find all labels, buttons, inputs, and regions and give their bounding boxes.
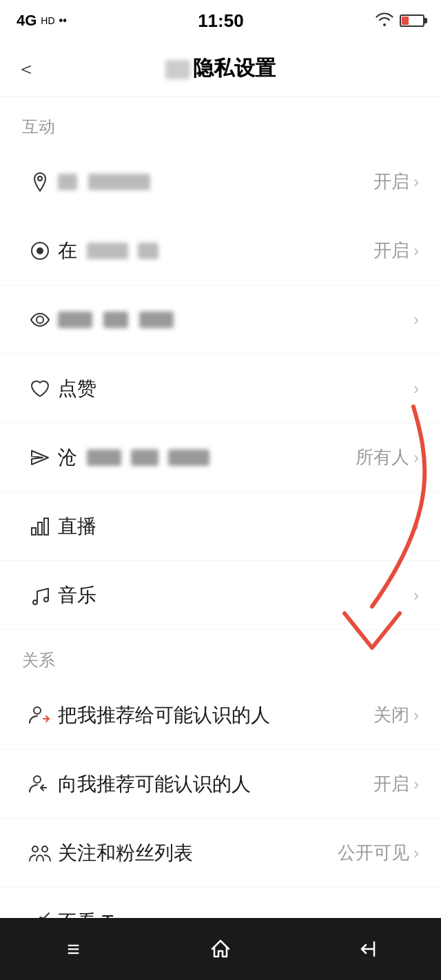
location-status: 开启	[373, 170, 409, 194]
svg-point-12	[42, 846, 48, 852]
eye-value: ›	[413, 310, 419, 329]
chevron-icon: ›	[413, 310, 419, 329]
send-status: 所有人	[356, 445, 409, 469]
svg-point-7	[33, 600, 37, 604]
send-value: 所有人 ›	[356, 445, 419, 469]
send-icon	[22, 447, 58, 469]
svg-point-3	[37, 316, 43, 323]
chevron-icon: ›	[413, 517, 419, 536]
fans-list-text: 关注和粉丝列表	[58, 840, 193, 866]
like-content: 点赞	[58, 376, 413, 402]
barchart-icon	[22, 515, 58, 538]
location-content	[58, 174, 373, 190]
eye-icon	[22, 309, 58, 331]
svg-point-10	[34, 776, 41, 783]
heart-icon	[22, 378, 58, 400]
online-content: 在	[58, 238, 373, 264]
online-status: 开启	[373, 238, 409, 263]
recommend-to-me-value: 开启 ›	[373, 772, 419, 796]
recommend-to-me-text: 向我推荐可能认识的人	[58, 771, 251, 797]
like-text: 点赞	[58, 376, 96, 402]
like-value: ›	[413, 379, 419, 398]
dots-icon: ••	[59, 14, 67, 27]
live-value: ›	[413, 517, 419, 536]
hd-badge: HD	[41, 15, 54, 26]
music-value: ›	[413, 586, 419, 605]
svg-rect-4	[32, 528, 36, 535]
svg-rect-5	[38, 522, 42, 535]
online-icon	[22, 240, 58, 262]
svg-point-11	[32, 846, 38, 852]
recommend-me-status: 关闭	[373, 703, 409, 727]
chevron-icon: ›	[413, 706, 419, 725]
location-value: 开启 ›	[373, 170, 419, 194]
svg-point-2	[37, 247, 43, 254]
send-text: 沧	[58, 445, 77, 471]
music-content: 音乐	[58, 582, 413, 609]
back-button[interactable]: ＜	[17, 56, 36, 82]
svg-point-8	[44, 598, 48, 602]
live-content: 直播	[58, 513, 413, 540]
chevron-icon: ›	[413, 775, 419, 794]
online-value: 开启 ›	[373, 238, 419, 263]
fans-list-value: 公开可见 ›	[338, 841, 419, 865]
recommend-me-text: 把我推荐给可能认识的人	[58, 702, 270, 728]
page-title: 隐私设置	[165, 54, 276, 83]
wifi-icon	[375, 11, 394, 30]
chevron-icon: ›	[413, 241, 419, 261]
recommend-to-me-icon	[22, 773, 58, 796]
send-content: 沧	[58, 445, 356, 471]
status-time: 11:50	[198, 10, 244, 32]
section-label-guanxi: 关系	[0, 630, 441, 681]
list-item-like[interactable]: 点赞 ›	[0, 354, 441, 423]
music-text: 音乐	[58, 582, 96, 609]
list-item-send[interactable]: 沧 所有人 ›	[0, 423, 441, 492]
nav-menu-button[interactable]: ≡	[46, 928, 101, 970]
list-item-fans-list[interactable]: 关注和粉丝列表 公开可见 ›	[0, 819, 441, 888]
chevron-icon: ›	[413, 379, 419, 398]
svg-rect-6	[44, 518, 48, 535]
status-bar: 4G HD •• 11:50	[0, 0, 441, 41]
chevron-icon: ›	[413, 844, 419, 863]
chevron-icon: ›	[413, 448, 419, 467]
live-text: 直播	[58, 513, 96, 540]
section-label-hudong: 互动	[0, 96, 441, 147]
recommend-me-content: 把我推荐给可能认识的人	[58, 702, 373, 728]
list-item-music[interactable]: 音乐 ›	[0, 561, 441, 630]
signal-text: 4G	[17, 12, 37, 30]
fans-list-icon	[22, 841, 58, 865]
fans-list-status: 公开可见	[338, 841, 409, 865]
list-item-eye[interactable]: ›	[0, 285, 441, 354]
music-icon	[22, 584, 58, 606]
list-item-live[interactable]: 直播 ›	[0, 492, 441, 561]
status-indicators	[375, 11, 424, 30]
list-item-online[interactable]: 在 开启 ›	[0, 216, 441, 285]
recommend-to-me-status: 开启	[373, 772, 409, 796]
list-item-location[interactable]: 开启 ›	[0, 147, 441, 216]
fans-list-content: 关注和粉丝列表	[58, 840, 338, 866]
nav-bar: ≡	[0, 918, 441, 980]
recommend-me-icon	[22, 704, 58, 727]
header: ＜ 隐私设置	[0, 41, 441, 96]
online-text: 在	[58, 238, 77, 264]
nav-back-button[interactable]	[340, 928, 395, 970]
list-item-recommend-to-me[interactable]: 向我推荐可能认识的人 开启 ›	[0, 750, 441, 819]
chevron-icon: ›	[413, 586, 419, 605]
eye-content	[58, 312, 413, 328]
recommend-me-value: 关闭 ›	[373, 703, 419, 727]
location-icon	[22, 171, 58, 193]
battery-icon	[400, 14, 424, 27]
svg-point-0	[38, 176, 42, 181]
chevron-icon: ›	[413, 172, 419, 192]
content: 互动 开启 › 在 开启	[0, 96, 441, 980]
recommend-to-me-content: 向我推荐可能认识的人	[58, 771, 373, 797]
nav-home-button[interactable]	[193, 928, 248, 970]
status-signal: 4G HD ••	[17, 12, 67, 30]
list-item-recommend-me[interactable]: 把我推荐给可能认识的人 关闭 ›	[0, 681, 441, 750]
svg-point-9	[34, 707, 41, 714]
